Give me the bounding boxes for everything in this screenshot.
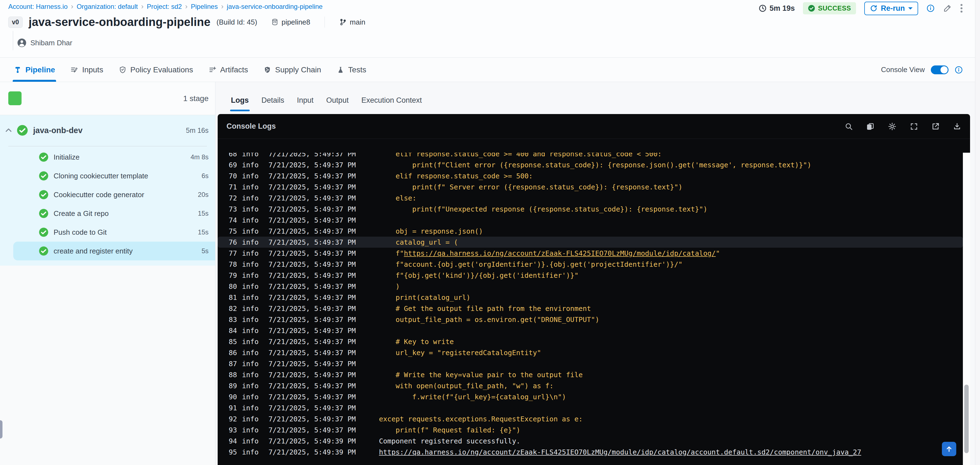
tab-inputs[interactable]: Inputs bbox=[70, 58, 103, 82]
log-link[interactable]: https://qa.harness.io/ng/account/zEaak-F… bbox=[379, 448, 861, 456]
breadcrumb-current-pipeline[interactable]: java-service-onboarding-pipeline bbox=[227, 3, 323, 11]
log-line[interactable]: 91 info 7/21/2025, 5:49:37 PM bbox=[218, 402, 963, 413]
breadcrumb-project[interactable]: Project: sd2 bbox=[147, 3, 182, 11]
log-scroll-area[interactable]: 68 info 7/21/2025, 5:49:37 PM elif respo… bbox=[218, 153, 963, 465]
log-line[interactable]: 74 info 7/21/2025, 5:49:37 PM bbox=[218, 214, 963, 225]
log-line[interactable]: 79 info 7/21/2025, 5:49:37 PM f"{obj.get… bbox=[218, 270, 963, 281]
step-name: Initialize bbox=[54, 153, 80, 162]
step-row[interactable]: Cloning cookiecutter template 6s bbox=[0, 167, 215, 185]
log-line[interactable]: 77 info 7/21/2025, 5:49:37 PM f"https://… bbox=[218, 248, 963, 259]
log-link[interactable]: https://qa.harness.io/ng/account/zEaak-F… bbox=[404, 249, 716, 257]
log-timestamp: 7/21/2025, 5:49:37 PM bbox=[269, 161, 360, 169]
log-message: output_file_path = os.environ.get("DRONE… bbox=[379, 316, 600, 324]
console-view-info-icon[interactable] bbox=[955, 66, 963, 74]
log-line-number: 87 bbox=[226, 360, 237, 368]
log-line[interactable]: 70 info 7/21/2025, 5:49:37 PM elif respo… bbox=[218, 170, 963, 181]
tab-pipeline[interactable]: Pipeline bbox=[14, 58, 55, 82]
step-name: create and register entity bbox=[54, 247, 133, 256]
panel-scroll-handle[interactable] bbox=[0, 420, 3, 438]
log-message: Component registered successfully. bbox=[379, 437, 520, 445]
open-in-new-tab-icon[interactable] bbox=[931, 122, 940, 131]
log-line[interactable]: 95 info 7/21/2025, 5:49:39 PM https://qa… bbox=[218, 446, 963, 457]
search-icon[interactable] bbox=[845, 122, 853, 131]
step-duration: 15s bbox=[198, 209, 208, 217]
log-timestamp: 7/21/2025, 5:49:37 PM bbox=[269, 360, 360, 368]
step-duration: 6s bbox=[202, 172, 208, 180]
log-line-number: 82 bbox=[226, 305, 237, 313]
log-line[interactable]: 82 info 7/21/2025, 5:49:37 PM # Get the … bbox=[218, 303, 963, 314]
scroll-to-top-button[interactable] bbox=[942, 442, 956, 456]
pipeline-ref[interactable]: pipeline8 bbox=[271, 18, 310, 27]
step-name: Push code to Git bbox=[54, 228, 107, 236]
chevron-down-icon bbox=[908, 7, 913, 10]
console-view-toggle[interactable] bbox=[931, 65, 948, 74]
log-line[interactable]: 80 info 7/21/2025, 5:49:37 PM ) bbox=[218, 281, 963, 292]
log-line[interactable]: 87 info 7/21/2025, 5:49:37 PM bbox=[218, 358, 963, 369]
log-line[interactable]: 84 info 7/21/2025, 5:49:37 PM bbox=[218, 325, 963, 336]
subtab-input[interactable]: Input bbox=[297, 96, 313, 111]
log-level: info bbox=[242, 172, 259, 180]
info-icon[interactable] bbox=[926, 4, 935, 13]
edit-pipeline-icon[interactable] bbox=[943, 4, 952, 13]
step-row[interactable]: Create a Git repo 15s bbox=[0, 204, 215, 223]
stage-status-square[interactable] bbox=[8, 91, 22, 105]
breadcrumb-organization[interactable]: Organization: default bbox=[76, 3, 138, 11]
log-line[interactable]: 71 info 7/21/2025, 5:49:37 PM print(f" S… bbox=[218, 181, 963, 192]
log-line[interactable]: 86 info 7/21/2025, 5:49:37 PM url_key = … bbox=[218, 347, 963, 358]
log-line[interactable]: 68 info 7/21/2025, 5:49:37 PM elif respo… bbox=[218, 153, 963, 159]
more-options-icon[interactable] bbox=[960, 3, 963, 13]
log-level: info bbox=[242, 216, 259, 224]
log-line[interactable]: 88 info 7/21/2025, 5:49:37 PM # Write th… bbox=[218, 369, 963, 380]
copy-icon[interactable] bbox=[866, 122, 875, 131]
log-line[interactable]: 75 info 7/21/2025, 5:49:37 PM obj = resp… bbox=[218, 225, 963, 236]
step-duration: 4m 8s bbox=[191, 153, 208, 161]
breadcrumb-pipelines[interactable]: Pipelines bbox=[191, 3, 218, 11]
tab-artifacts[interactable]: Artifacts bbox=[208, 58, 248, 82]
log-message: f"{obj.get('kind')}/{obj.get('identifier… bbox=[379, 271, 578, 279]
log-line[interactable]: 78 info 7/21/2025, 5:49:37 PM f"account.… bbox=[218, 259, 963, 270]
log-line[interactable]: 72 info 7/21/2025, 5:49:37 PM else: bbox=[218, 192, 963, 203]
log-line[interactable]: 76 info 7/21/2025, 5:49:37 PM catalog_ur… bbox=[218, 236, 963, 248]
log-message: else: bbox=[379, 194, 416, 202]
settings-gear-icon[interactable] bbox=[888, 122, 897, 131]
log-timestamp: 7/21/2025, 5:49:37 PM bbox=[269, 238, 360, 246]
log-line[interactable]: 85 info 7/21/2025, 5:49:37 PM # Key to w… bbox=[218, 336, 963, 347]
step-row[interactable]: Push code to Git 15s bbox=[0, 223, 215, 241]
breadcrumb-account[interactable]: Account: Harness.io bbox=[8, 3, 68, 11]
log-line[interactable]: 83 info 7/21/2025, 5:49:37 PM output_fil… bbox=[218, 314, 963, 325]
stage-row-java-onb-dev[interactable]: java-onb-dev 5m 16s bbox=[0, 121, 215, 140]
breadcrumb-separator: › bbox=[221, 2, 223, 11]
log-line[interactable]: 90 info 7/21/2025, 5:49:37 PM f.write(f"… bbox=[218, 391, 963, 402]
log-line[interactable]: 89 info 7/21/2025, 5:49:37 PM with open(… bbox=[218, 380, 963, 391]
log-line[interactable]: 92 info 7/21/2025, 5:49:37 PM except req… bbox=[218, 413, 963, 424]
tab-supply-chain[interactable]: Supply Chain bbox=[264, 58, 321, 82]
log-line[interactable]: 93 info 7/21/2025, 5:49:37 PM print(f" R… bbox=[218, 424, 963, 435]
log-level: info bbox=[242, 282, 259, 290]
rerun-button[interactable]: Re-run bbox=[864, 2, 918, 15]
console-title: Console Logs bbox=[226, 122, 276, 131]
log-line[interactable]: 81 info 7/21/2025, 5:49:37 PM print(cata… bbox=[218, 292, 963, 303]
step-row[interactable]: create and register entity 5s bbox=[13, 241, 215, 260]
step-row[interactable]: Cookiecutter code generator 20s bbox=[0, 185, 215, 204]
log-line[interactable]: 69 info 7/21/2025, 5:49:37 PM print(f"Cl… bbox=[218, 159, 963, 170]
chevron-up-icon[interactable] bbox=[5, 126, 13, 135]
log-message: print(f"Unexpected response ({response.s… bbox=[379, 205, 707, 213]
subtab-output[interactable]: Output bbox=[326, 96, 348, 111]
branch-ref[interactable]: main bbox=[339, 18, 365, 27]
page-scrollbar[interactable] bbox=[975, 0, 980, 465]
console-scrollbar-thumb[interactable] bbox=[964, 385, 969, 453]
log-line[interactable]: 94 info 7/21/2025, 5:49:39 PM Component … bbox=[218, 435, 963, 446]
tab-tests[interactable]: Tests bbox=[337, 58, 366, 82]
fullscreen-icon[interactable] bbox=[910, 122, 918, 131]
console-scrollbar[interactable] bbox=[963, 153, 970, 465]
toggle-knob bbox=[940, 66, 948, 73]
subtab-execution-context[interactable]: Execution Context bbox=[361, 96, 422, 111]
subtab-logs[interactable]: Logs bbox=[231, 96, 249, 111]
tab-policy-evaluations[interactable]: Policy Evaluations bbox=[119, 58, 193, 82]
subtab-details[interactable]: Details bbox=[262, 96, 285, 111]
step-row[interactable]: Initialize 4m 8s bbox=[0, 148, 215, 167]
download-icon[interactable] bbox=[953, 122, 961, 131]
log-level: info bbox=[242, 349, 259, 357]
log-line[interactable]: 73 info 7/21/2025, 5:49:37 PM print(f"Un… bbox=[218, 203, 963, 214]
divider bbox=[13, 31, 13, 50]
